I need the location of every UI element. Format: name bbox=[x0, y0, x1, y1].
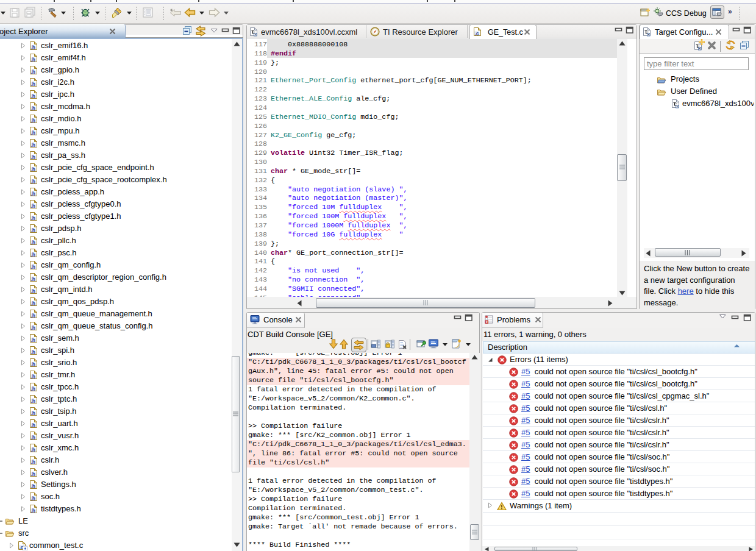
svg-text:.h: .h bbox=[31, 118, 36, 124]
svg-text:.h: .h bbox=[31, 252, 36, 258]
svg-text:.c: .c bbox=[475, 30, 479, 37]
svg-text:.h: .h bbox=[31, 276, 36, 282]
svg-text:.h: .h bbox=[31, 264, 36, 270]
svg-text:.h: .h bbox=[31, 374, 36, 380]
svg-text:.h: .h bbox=[31, 288, 36, 294]
svg-text:.h: .h bbox=[31, 435, 36, 441]
svg-text:.h: .h bbox=[31, 227, 36, 233]
svg-text:.h: .h bbox=[31, 57, 36, 63]
svg-text:.h: .h bbox=[31, 44, 36, 51]
svg-text:.h: .h bbox=[31, 422, 36, 428]
svg-text:.h: .h bbox=[31, 93, 36, 99]
svg-text:.h: .h bbox=[31, 361, 36, 368]
svg-text:.h: .h bbox=[31, 398, 36, 404]
svg-text:.h: .h bbox=[31, 496, 36, 502]
svg-text:.h: .h bbox=[31, 471, 36, 477]
svg-text:.h: .h bbox=[31, 154, 36, 160]
svg-text:.h: .h bbox=[31, 386, 36, 392]
svg-text:.h: .h bbox=[31, 337, 36, 343]
svg-text:.h: .h bbox=[31, 191, 36, 197]
svg-text:.h: .h bbox=[31, 313, 36, 319]
svg-text:.h: .h bbox=[31, 300, 36, 307]
svg-text:.h: .h bbox=[31, 483, 36, 489]
svg-text:.h: .h bbox=[31, 240, 36, 246]
svg-text:.h: .h bbox=[31, 459, 36, 465]
svg-text:.h: .h bbox=[31, 142, 36, 148]
svg-text:.h: .h bbox=[31, 69, 36, 75]
svg-text:.h: .h bbox=[31, 81, 36, 87]
svg-text:.h: .h bbox=[31, 325, 36, 331]
svg-text:.h: .h bbox=[31, 179, 36, 185]
svg-text:.h: .h bbox=[31, 130, 36, 136]
svg-text:.h: .h bbox=[31, 166, 36, 172]
svg-text:.h: .h bbox=[31, 410, 36, 416]
svg-text:.h: .h bbox=[31, 349, 36, 355]
svg-text:.h: .h bbox=[31, 447, 36, 453]
svg-text:.h: .h bbox=[31, 105, 36, 112]
svg-text:.h: .h bbox=[31, 215, 36, 221]
svg-text:.h: .h bbox=[31, 508, 36, 514]
svg-text:.h: .h bbox=[31, 203, 36, 209]
